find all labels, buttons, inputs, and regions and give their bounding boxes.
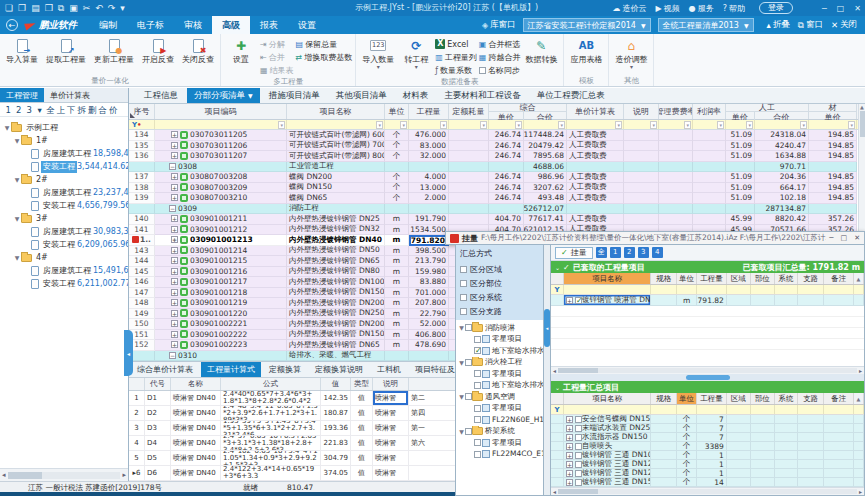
filter-cell[interactable] bbox=[798, 405, 824, 414]
expand-icon[interactable]: + bbox=[566, 416, 573, 423]
group-row[interactable]: −0309消防工程2526712.07287134.87 bbox=[129, 204, 858, 215]
column-header-名称[interactable]: 名称 bbox=[171, 378, 221, 390]
column-header-支路[interactable]: 支路 bbox=[798, 393, 824, 404]
filter-cell[interactable]: ▾ bbox=[409, 120, 449, 129]
option-区分系统[interactable]: 区分系统 bbox=[460, 290, 539, 304]
expand-icon[interactable]: + bbox=[566, 297, 573, 304]
source-item-FL22N60E_H15-空调[interactable]: FL22N60E_H15-空调 bbox=[456, 414, 543, 426]
source-item-零星项目[interactable]: 零星项目 bbox=[456, 403, 543, 415]
tree-toolbar-button-0[interactable]: 1 bbox=[3, 103, 14, 117]
tree-expand-icon[interactable]: ▼ bbox=[13, 215, 21, 222]
checkbox-icon[interactable] bbox=[474, 347, 481, 354]
menu-tab-报表[interactable]: 报表 bbox=[250, 16, 288, 34]
result-row[interactable]: +镀锌钢管 三通 DN125×100...个1 bbox=[551, 460, 864, 469]
expand-icon[interactable]: + bbox=[171, 215, 178, 222]
scroll-right-icon[interactable]: ▸ bbox=[859, 367, 862, 374]
filter-cell[interactable]: ▾ bbox=[659, 120, 693, 129]
table-vscrollbar[interactable]: ▲ bbox=[854, 273, 864, 284]
expand-icon[interactable]: + bbox=[171, 320, 178, 327]
tree-expand-icon[interactable]: ▼ bbox=[3, 124, 11, 131]
copy-icon[interactable]: ⧉ bbox=[58, 0, 64, 16]
option-区分部位[interactable]: 区分部位 bbox=[460, 276, 539, 290]
expand-icon[interactable]: + bbox=[566, 434, 573, 441]
ribbon-button-关闭反查[interactable]: ✖关闭反查 bbox=[179, 35, 217, 64]
horizontal-splitter[interactable] bbox=[551, 374, 864, 381]
checkbox-icon[interactable] bbox=[465, 324, 472, 331]
filter-dropdown-icon[interactable]: ▾ bbox=[717, 121, 724, 129]
filter-cell[interactable]: Y bbox=[551, 285, 564, 294]
menu-tab-编制[interactable]: 编制 bbox=[89, 16, 127, 34]
ribbon-button-工程量列[interactable]: ▥工程量列 bbox=[435, 51, 477, 63]
expand-icon[interactable]: + bbox=[566, 425, 573, 432]
column-header-blank[interactable] bbox=[129, 378, 145, 390]
filter-cell[interactable]: ▾ bbox=[385, 120, 409, 129]
ribbon-button-造价调整[interactable]: ⌂造价调整▾ bbox=[612, 35, 650, 69]
filter-cell[interactable]: ▾ bbox=[489, 120, 524, 129]
column-header-备注[interactable]: 备注 bbox=[824, 273, 854, 284]
column-header-工程量[interactable]: 工程量 bbox=[409, 104, 449, 119]
group-row[interactable]: −0308工业管道工程4688.06970.71 bbox=[129, 162, 858, 173]
tree-expand-icon[interactable]: ▼ bbox=[458, 393, 465, 400]
source-item-零星项目[interactable]: 零星项目 bbox=[456, 368, 543, 380]
column-header-利润率[interactable]: 利润率 bbox=[693, 104, 726, 119]
filter-cell[interactable]: ▾ bbox=[524, 120, 567, 129]
service-action[interactable]: ●服务 bbox=[689, 3, 714, 14]
bill-row[interactable]: 136+030703011207可开铰链式百叶(带滤网) 800×200个32.… bbox=[129, 151, 858, 162]
column-header-单位[interactable]: 单位 bbox=[385, 104, 409, 119]
filter-cell[interactable] bbox=[751, 405, 775, 414]
filter-cell[interactable] bbox=[775, 405, 799, 414]
new-icon[interactable]: ❏ bbox=[5, 0, 13, 16]
column-header-项目名称[interactable]: 项目名称 bbox=[287, 104, 385, 119]
picked-table-hscrollbar[interactable]: ◂▸ bbox=[551, 366, 864, 374]
tab-工程信息[interactable]: 工程信息 bbox=[137, 88, 185, 103]
ribbon-button-合并框选[interactable]: ▣合并框选 bbox=[479, 38, 521, 50]
expand-icon[interactable]: + bbox=[566, 443, 573, 450]
undo-icon[interactable]: ↶ bbox=[95, 0, 103, 16]
ribbon-button-提取工程量[interactable]: ↗提取工程量 bbox=[43, 35, 89, 64]
tree-toolbar-button-1[interactable]: 2 bbox=[14, 103, 25, 117]
panel-collapse-handle[interactable]: ◂ bbox=[124, 330, 133, 376]
tree-toolbar-button-3[interactable]: ▾ bbox=[35, 103, 46, 117]
tree-toolbar-button-4[interactable]: 全 bbox=[45, 103, 56, 117]
column-header-区域[interactable]: 区域 bbox=[727, 393, 751, 404]
project-tree-hscrollbar[interactable]: ◂ ▸ bbox=[0, 468, 128, 481]
ribbon-button-导入算量[interactable]: →导入算量 bbox=[3, 35, 41, 64]
filter-button-全[interactable]: 全 bbox=[596, 247, 607, 258]
tree-expand-icon[interactable]: ▼ bbox=[458, 428, 465, 435]
column-header-类型[interactable]: 类型 bbox=[351, 378, 373, 390]
ribbon-button-开启反查[interactable]: ▶开启反查 bbox=[139, 35, 177, 64]
tab-分部分项清单[interactable]: 分部分项清单▼ bbox=[187, 88, 260, 103]
filter-dropdown-icon[interactable]: ▾ bbox=[684, 121, 691, 129]
tree-item-房屋建筑工程[interactable]: 房屋建筑工程30,983,329.59 bbox=[0, 225, 128, 238]
checkbox-icon[interactable] bbox=[575, 297, 582, 304]
expand-icon[interactable]: + bbox=[171, 310, 178, 317]
column-header-工程量[interactable]: 工程量 bbox=[697, 273, 727, 284]
source-item-消防喷淋[interactable]: ▼消防喷淋 bbox=[456, 322, 543, 334]
tree-toolbar-button-5[interactable]: 上 bbox=[56, 103, 67, 117]
scroll-up-icon[interactable]: ▲ bbox=[860, 104, 864, 110]
filter-button-4[interactable]: 4 bbox=[652, 247, 663, 258]
checkbox-icon[interactable] bbox=[460, 308, 467, 315]
checkbox-icon[interactable] bbox=[465, 393, 472, 400]
ribbon-button-增换取费基数[interactable]: ⇄增换取费基数 bbox=[296, 51, 353, 63]
filter-cell[interactable] bbox=[697, 405, 727, 414]
scroll-left-icon[interactable]: ◂ bbox=[553, 367, 556, 374]
collapse-panel-action[interactable]: ▴折叠 bbox=[767, 19, 790, 31]
expand-icon[interactable]: + bbox=[171, 278, 178, 285]
tree-item-房屋建筑工程[interactable]: 房屋建筑工程23,237,498.52 bbox=[0, 186, 128, 199]
column-header-序号[interactable]: 序号 bbox=[129, 104, 155, 119]
filter-cell[interactable] bbox=[651, 285, 677, 294]
filter-button-1[interactable]: 1 bbox=[610, 247, 621, 258]
cloud-action[interactable]: ☁造价云 bbox=[613, 3, 647, 14]
checkbox-icon[interactable] bbox=[460, 294, 467, 301]
gualiang-titlebar[interactable]: 挂量 F:\每月工作\2202\江苏计价资料整理\量价一体化\地下室(睿量江苏2… bbox=[445, 231, 865, 245]
paste-icon[interactable]: ▣ bbox=[69, 0, 78, 16]
minimize-icon[interactable]: ─ bbox=[822, 4, 827, 13]
filter-cell[interactable] bbox=[824, 285, 854, 294]
column-header-工程量[interactable]: 工程量 bbox=[697, 393, 727, 404]
tab-材料表[interactable]: 材料表 bbox=[396, 88, 436, 103]
tree-item-安装工程[interactable]: 安装工程3,544,414.62 bbox=[0, 160, 128, 173]
source-item-消火栓工程[interactable]: ▼消火栓工程 bbox=[456, 357, 543, 369]
minimize-icon[interactable]: ─ bbox=[829, 234, 833, 242]
tab-综合单价计算表[interactable]: 综合单价计算表 bbox=[131, 362, 199, 377]
